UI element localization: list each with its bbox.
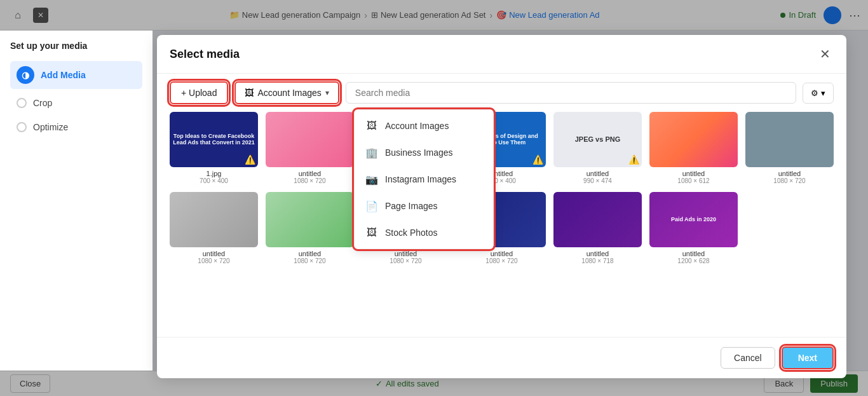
warning-badge-4: ⚠️ bbox=[532, 154, 543, 165]
left-panel-title: Set up your media bbox=[10, 41, 142, 51]
left-panel: Set up your media ◑ Add Media Crop Optim… bbox=[0, 31, 153, 371]
media-thumb-12 bbox=[553, 192, 642, 247]
media-grid-area: Top Ideas to Create Facebook Lead Ads th… bbox=[157, 112, 846, 337]
dropdown-item-business-images[interactable]: 🏢 Business Images bbox=[355, 139, 493, 166]
panel-option-add-media[interactable]: ◑ Add Media bbox=[10, 61, 142, 89]
media-label-10: untitled bbox=[395, 250, 417, 257]
media-item-8[interactable]: untitled 1080 × 720 bbox=[170, 192, 258, 264]
media-label-4: untitled bbox=[491, 170, 513, 177]
search-input[interactable] bbox=[346, 82, 796, 104]
next-button[interactable]: Next bbox=[782, 346, 834, 369]
media-label-5: untitled bbox=[587, 170, 609, 177]
media-thumb-9 bbox=[266, 192, 354, 247]
optimize-radio[interactable] bbox=[17, 122, 27, 132]
media-item-5[interactable]: JPEG vs PNG ⚠️ untitled 990 × 474 bbox=[553, 112, 642, 184]
media-label-12: untitled bbox=[587, 250, 609, 257]
dialog-title: Select media bbox=[170, 48, 240, 61]
media-label-6: untitled bbox=[682, 170, 705, 177]
media-item-7[interactable]: untitled 1080 × 720 bbox=[745, 112, 834, 184]
media-thumb-1: Top Ideas to Create Facebook Lead Ads th… bbox=[170, 112, 258, 167]
media-label-2: untitled bbox=[299, 170, 321, 177]
media-thumb-8 bbox=[170, 192, 258, 247]
crop-radio[interactable] bbox=[17, 98, 27, 108]
media-size-9: 1080 × 720 bbox=[294, 257, 325, 264]
filter-button[interactable]: ⚙ ▾ bbox=[803, 83, 834, 104]
account-images-dropdown-menu: 🖼 Account Images 🏢 Business Images 📷 Ins… bbox=[354, 109, 494, 249]
filter-icon: ⚙ bbox=[811, 88, 818, 98]
media-grid: Top Ideas to Create Facebook Lead Ads th… bbox=[170, 112, 834, 264]
media-thumb-2 bbox=[266, 112, 354, 167]
media-label-1: 1.jpg bbox=[207, 170, 222, 177]
media-item-12[interactable]: untitled 1080 × 718 bbox=[553, 192, 642, 264]
media-size-10: 1080 × 720 bbox=[390, 257, 421, 264]
media-label-7: untitled bbox=[778, 170, 801, 177]
media-size-7: 1080 × 720 bbox=[773, 177, 805, 184]
add-media-icon: ◑ bbox=[17, 66, 34, 84]
dialog-close-button[interactable]: ✕ bbox=[816, 45, 834, 63]
stock-photos-menu-icon: 🖼 bbox=[365, 226, 379, 240]
select-media-dialog: Select media ✕ + Upload 🖼 Account Images… bbox=[157, 35, 846, 378]
media-toolbar: + Upload 🖼 Account Images ▾ ⚙ ▾ 🖼 Accoun… bbox=[157, 74, 846, 112]
cancel-button[interactable]: Cancel bbox=[721, 347, 775, 369]
media-size-12: 1080 × 718 bbox=[581, 257, 613, 264]
media-thumb-6 bbox=[649, 112, 738, 167]
media-item-2[interactable]: untitled 1080 × 720 bbox=[266, 112, 354, 184]
media-size-5: 990 × 474 bbox=[583, 177, 612, 184]
warning-badge-5: ⚠️ bbox=[628, 154, 639, 165]
media-size-2: 1080 × 720 bbox=[294, 177, 325, 184]
account-images-dropdown-button[interactable]: 🖼 Account Images ▾ bbox=[234, 81, 339, 104]
account-images-menu-icon: 🖼 bbox=[365, 119, 379, 133]
dialog-header: Select media ✕ bbox=[157, 35, 846, 74]
media-label-11: untitled bbox=[491, 250, 513, 257]
media-item-1[interactable]: Top Ideas to Create Facebook Lead Ads th… bbox=[170, 112, 258, 184]
chevron-down-icon: ▾ bbox=[821, 88, 825, 98]
warning-badge-1: ⚠️ bbox=[245, 154, 255, 165]
dropdown-item-instagram-images[interactable]: 📷 Instagram Images bbox=[355, 166, 493, 193]
page-images-menu-icon: 📄 bbox=[365, 199, 379, 213]
dropdown-item-stock-photos[interactable]: 🖼 Stock Photos bbox=[355, 219, 493, 246]
account-images-icon: 🖼 bbox=[245, 88, 254, 98]
media-thumb-7 bbox=[745, 112, 834, 167]
panel-option-optimize[interactable]: Optimize bbox=[10, 117, 142, 137]
media-item-13[interactable]: Paid Ads in 2020 untitled 1200 × 628 bbox=[649, 192, 738, 264]
media-item-9[interactable]: untitled 1080 × 720 bbox=[266, 192, 354, 264]
media-item-6[interactable]: untitled 1080 × 612 bbox=[649, 112, 738, 184]
dropdown-item-page-images[interactable]: 📄 Page Images bbox=[355, 193, 493, 219]
panel-option-crop[interactable]: Crop bbox=[10, 93, 142, 113]
media-size-13: 1200 × 628 bbox=[677, 257, 709, 264]
upload-button[interactable]: + Upload bbox=[170, 81, 228, 104]
media-thumb-5: JPEG vs PNG ⚠️ bbox=[553, 112, 642, 167]
dialog-footer: Cancel Next bbox=[157, 337, 846, 378]
instagram-images-menu-icon: 📷 bbox=[365, 172, 379, 186]
media-size-1: 700 × 400 bbox=[200, 177, 228, 184]
dropdown-item-account-images[interactable]: 🖼 Account Images bbox=[355, 113, 493, 139]
chevron-down-icon: ▾ bbox=[325, 88, 329, 97]
media-size-6: 1080 × 612 bbox=[677, 177, 709, 184]
media-size-8: 1080 × 720 bbox=[198, 257, 229, 264]
media-label-9: untitled bbox=[299, 250, 321, 257]
business-images-menu-icon: 🏢 bbox=[365, 146, 379, 160]
media-thumb-13: Paid Ads in 2020 bbox=[649, 192, 738, 247]
media-size-11: 1080 × 720 bbox=[485, 257, 517, 264]
media-label-8: untitled bbox=[203, 250, 225, 257]
media-label-13: untitled bbox=[682, 250, 705, 257]
